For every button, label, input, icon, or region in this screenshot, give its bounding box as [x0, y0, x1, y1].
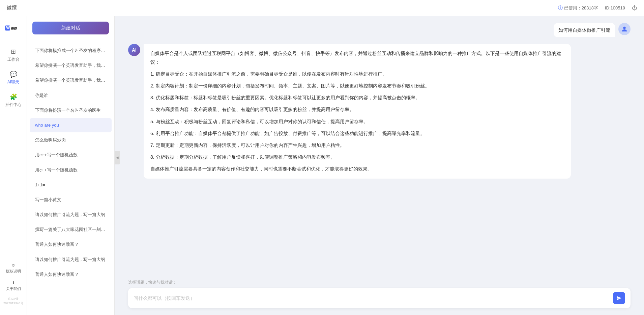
user-avatar [618, 23, 631, 35]
chat-history-item[interactable]: 希望你扮演一个英语发音助手，我提供给你... [30, 73, 112, 87]
about-icon: ℹ [13, 281, 14, 285]
logout-icon[interactable]: ⏻ [632, 5, 637, 11]
about-label: 关于我们 [6, 286, 21, 291]
chat-history-item[interactable]: who are you [30, 118, 112, 132]
nav-bottom: © 版权说明 ℹ 关于我们 京ICP备2022019340号 [0, 261, 27, 308]
sidebar-item-workbench[interactable]: ⊞ 工作台 [3, 45, 24, 66]
sidebar-item-ai-chat[interactable]: 💬 AI聊天 [3, 67, 24, 88]
main-layout: W 微撰 ⊞ 工作台 💬 AI聊天 🧩 插件中心 © 版权说明 ℹ 关于我们 [0, 16, 644, 315]
copyright-icon: © [12, 263, 14, 267]
chat-history-item[interactable]: 下面你将模拟成一个叫圣友的程序员，我说... [30, 44, 112, 58]
ai-response-paragraph: 自媒体平台是个人或团队通过互联网平台（如博客、微博、微信公众号、抖音、快手等）发… [150, 49, 564, 66]
user-message-text: 如何用自媒体做推广引流 [558, 27, 610, 33]
topbar-right: ⓘ 已使用：28318字 ID:100519 ⏻ [558, 5, 637, 11]
plugin-icon: 🧩 [10, 93, 17, 101]
chat-history-item[interactable]: 用c++写一个随机函数 [30, 163, 112, 177]
send-button[interactable] [613, 292, 625, 304]
topbar-usage: ⓘ 已使用：28318字 [558, 5, 598, 11]
chat-sidebar-header: 新建对话 [27, 16, 114, 40]
chat-history-item[interactable]: 下面你将扮演一个名叫圣友的医生 [30, 103, 112, 117]
ai-response-paragraph: 1. 确定目标受众：在开始自媒体推广引流之前，需要明确目标受众是谁，以便在发布内… [150, 70, 564, 78]
chat-history-item[interactable]: 请以如何推广引流为题，写一篇大纲 [30, 253, 112, 267]
chat-history-list: 下面你将模拟成一个叫圣友的程序员，我说...希望你扮演一个英语发音助手，我提供给… [27, 40, 114, 315]
usage-icon: ⓘ [558, 5, 563, 11]
user-bubble: 如何用自媒体做推广引流 [554, 23, 615, 37]
sidebar-item-plugin[interactable]: 🧩 插件中心 [3, 90, 24, 111]
chat-history-item[interactable]: 撰写一篇关于八大家花园社区一刻钟便民生... [30, 222, 112, 237]
icp-text: 京ICP备2022019340号 [0, 295, 27, 307]
chat-history-item[interactable]: 怎么做狗屎炒肉 [30, 133, 112, 147]
svg-text:微撰: 微撰 [11, 27, 18, 30]
chat-main: 如何用自媒体做推广引流 AI 自媒体平台是个人或团队通过互联网平台（如博客、微博… [115, 16, 644, 315]
ai-response-paragraph: 自媒体推广引流需要具备一定的内容创作和社交能力，同时也需要不断尝试和优化，才能取… [150, 165, 564, 173]
ai-response-paragraph: 6. 利用平台推广功能：自媒体平台都提供了推广功能，如广告投放、付费推广等，可以… [150, 129, 564, 138]
ai-response-paragraph: 8. 分析数据：定期分析数据，了解用户反馈和喜好，以便调整推广策略和内容发布频率… [150, 153, 564, 161]
nav-logo: W 微撰 [5, 23, 22, 34]
ai-response-paragraph: 4. 发布高质量内容：发布高质量、有价值、有趣的内容可以吸引更多的粉丝，并提高用… [150, 105, 564, 114]
chat-history-item[interactable]: 写一篇小黄文 [30, 193, 112, 207]
ai-response-paragraph: 5. 与粉丝互动：积极与粉丝互动，回复评论和私信，可以增加用户对你的认可和信任，… [150, 117, 564, 126]
chat-history-item[interactable]: 普通人如何快速致富？ [30, 237, 112, 252]
workbench-icon: ⊞ [11, 48, 16, 55]
topbar-id: ID:100519 [605, 5, 625, 10]
ai-response-paragraph: 3. 优化标题和标签：标题和标签是吸引粉丝的重要因素。优化标题和标签可以让更多的… [150, 94, 564, 102]
chat-history-item[interactable]: 请以如何推广引流为题，写一篇大纲 [30, 208, 112, 222]
copyright-label: 版权说明 [6, 269, 21, 274]
ai-message: AI 自媒体平台是个人或团队通过互联网平台（如博客、微博、微信公众号、抖音、快手… [128, 44, 631, 179]
nav-sidebar: W 微撰 ⊞ 工作台 💬 AI聊天 🧩 插件中心 © 版权说明 ℹ 关于我们 [0, 16, 27, 315]
sidebar-item-copyright[interactable]: © 版权说明 [3, 261, 24, 277]
svg-text:W: W [6, 25, 10, 30]
svg-point-3 [623, 27, 625, 29]
chat-history-item[interactable]: 你是谁 [30, 88, 112, 103]
ai-avatar: AI [128, 44, 140, 56]
usage-text: 已使用：28318字 [564, 5, 598, 11]
ai-chat-icon: 💬 [10, 71, 17, 78]
sidebar-item-about[interactable]: ℹ 关于我们 [3, 278, 24, 294]
sidebar-item-ai-chat-label: AI聊天 [7, 79, 19, 85]
user-message: 如何用自媒体做推广引流 [128, 23, 631, 37]
chat-history-item[interactable]: 1+1= [30, 178, 112, 192]
sidebar-item-workbench-label: 工作台 [7, 57, 20, 62]
sidebar-item-plugin-label: 插件中心 [5, 102, 22, 108]
ai-bubble: 自媒体平台是个人或团队通过互联网平台（如博客、微博、微信公众号、抖音、快手等）发… [144, 44, 571, 179]
ai-response-paragraph: 2. 制定内容计划：制定一份详细的内容计划，包括发布时间、频率、主题、文案、图片… [150, 82, 564, 90]
chat-history-item[interactable]: 用c++写一个随机函数 [30, 148, 112, 162]
quick-topics-label: 选择话题，快速与我对话： [128, 280, 631, 285]
new-chat-button[interactable]: 新建对话 [32, 22, 109, 34]
collapse-sidebar-handle[interactable]: ◀ [115, 151, 120, 164]
send-icon [616, 295, 622, 301]
input-wrapper [128, 288, 631, 308]
chat-input[interactable] [134, 294, 610, 302]
chat-messages: 如何用自媒体做推广引流 AI 自媒体平台是个人或团队通过互联网平台（如博客、微博… [115, 16, 644, 275]
chat-history-item[interactable]: 希望你扮演一个英语发音助手，我提供给你... [30, 58, 112, 73]
topbar-title: 微撰 [7, 5, 17, 11]
ai-response-paragraph: 7. 定期更新：定期更新内容，保持活跃度，可以让用户对你的内容产生兴趣，增加用户… [150, 141, 564, 150]
chat-sidebar: 新建对话 下面你将模拟成一个叫圣友的程序员，我说...希望你扮演一个英语发音助手… [27, 16, 115, 315]
chat-history-item[interactable]: 普通人如何快速致富？ [30, 267, 112, 282]
chat-input-area: 选择话题，快速与我对话： [115, 275, 644, 315]
topbar: 微撰 ⓘ 已使用：28318字 ID:100519 ⏻ [0, 0, 644, 16]
